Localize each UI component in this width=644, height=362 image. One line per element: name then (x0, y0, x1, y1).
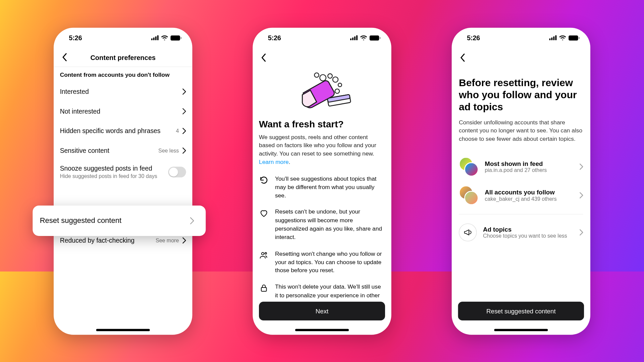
wifi-icon (559, 35, 566, 40)
svg-rect-3 (157, 35, 159, 40)
row-most-shown[interactable]: Most shown in feed pia.in.a.pod and 27 o… (459, 153, 583, 181)
content-area: Want a fresh start? We suggest posts, re… (253, 67, 391, 335)
learn-more-link[interactable]: Learn more (259, 159, 289, 165)
onboarding-intro: We suggest posts, reels and other conten… (259, 133, 385, 167)
row-subtitle: cake_baker_cj and 439 others (485, 196, 573, 202)
svg-rect-13 (380, 37, 381, 39)
svg-point-21 (335, 89, 339, 93)
info-text: Resets can't be undone, but your suggest… (275, 208, 385, 242)
content-area: Content from accounts you don't follow I… (54, 67, 192, 335)
svg-rect-8 (352, 38, 354, 40)
intro-text: We suggest posts, reels and other conten… (259, 133, 376, 157)
svg-rect-24 (261, 288, 267, 291)
svg-rect-7 (350, 39, 352, 40)
status-icons (350, 35, 381, 41)
status-bar: 5:26 (452, 27, 590, 48)
svg-rect-27 (553, 37, 554, 40)
value-label: See more (156, 237, 179, 244)
svg-point-16 (314, 73, 319, 77)
page-title: Content preferences (54, 53, 192, 61)
chevron-right-icon (580, 192, 583, 198)
info-item-refresh: You'll see suggestions about topics that… (259, 175, 385, 200)
chevron-right-icon (580, 229, 583, 236)
phone-fresh-start: 5:26 Want a fresh start? (253, 27, 391, 335)
value-label: See less (158, 147, 179, 154)
chevron-left-icon (62, 53, 67, 61)
page-title: Before resetting, review who you follow … (459, 77, 583, 113)
nav-header (452, 48, 590, 67)
back-button[interactable] (59, 52, 70, 63)
chevron-right-icon (190, 217, 194, 224)
row-title: All accounts you follow (485, 189, 573, 196)
svg-rect-5 (171, 36, 179, 40)
svg-rect-1 (153, 38, 155, 40)
row-label: Reset suggested content (40, 216, 121, 225)
svg-rect-0 (151, 39, 153, 40)
nav-header (253, 48, 391, 67)
status-time: 5:26 (69, 34, 82, 42)
row-snooze-suggested[interactable]: Snooze suggested posts in feed Hide sugg… (54, 160, 192, 184)
status-icons (549, 35, 580, 41)
svg-rect-30 (569, 36, 577, 40)
status-time: 5:26 (268, 34, 281, 42)
status-bar: 5:26 (253, 27, 391, 48)
next-button[interactable]: Next (259, 301, 385, 320)
avatar (464, 162, 479, 177)
svg-point-20 (338, 83, 341, 86)
eraser-illustration (253, 67, 391, 119)
onboarding-title: Want a fresh start? (259, 119, 385, 129)
row-sublabel: Hide suggested posts in feed for 30 days (60, 173, 157, 179)
megaphone-icon (459, 224, 477, 241)
home-indicator (494, 329, 548, 331)
row-label: Hidden specific words and phrases (60, 127, 161, 134)
row-title: Most shown in feed (485, 160, 573, 167)
svg-point-23 (265, 252, 267, 254)
svg-rect-9 (354, 37, 356, 40)
chevron-right-icon (182, 147, 186, 154)
row-label: Not interested (60, 108, 100, 115)
home-indicator (96, 329, 150, 331)
phone-content-preferences: 5:26 Content preferences Content from ac… (54, 27, 192, 335)
heart-icon (259, 208, 269, 242)
back-button[interactable] (258, 52, 269, 63)
row-interested[interactable]: Interested (54, 81, 192, 101)
svg-rect-26 (551, 38, 552, 40)
row-all-accounts[interactable]: All accounts you follow cake_baker_cj an… (459, 181, 583, 209)
row-subtitle: pia.in.a.pod and 27 others (485, 167, 573, 174)
chevron-left-icon (261, 53, 266, 61)
wifi-icon (161, 35, 168, 40)
avatar-stack (459, 185, 479, 205)
battery-icon (569, 35, 580, 41)
svg-rect-6 (181, 37, 182, 39)
back-button[interactable] (457, 52, 468, 63)
row-not-interested[interactable]: Not interested (54, 101, 192, 121)
battery-icon (369, 35, 380, 41)
row-label: Sensitive content (60, 147, 109, 154)
row-sensitive-content[interactable]: Sensitive content See less (54, 140, 192, 160)
info-text: Resetting won't change who you follow or… (275, 250, 385, 275)
people-icon (259, 250, 269, 275)
section-header-unfollowed: Content from accounts you don't follow (54, 67, 192, 81)
chevron-right-icon (580, 164, 583, 170)
row-subtitle: Choose topics you want to see less (483, 233, 573, 239)
row-label: Interested (60, 88, 89, 95)
svg-rect-28 (555, 35, 556, 40)
svg-point-19 (332, 77, 338, 82)
row-ad-topics[interactable]: Ad topics Choose topics you want to see … (459, 219, 583, 246)
status-bar: 5:26 (54, 27, 192, 48)
row-label: Snooze suggested posts in feed (60, 165, 157, 172)
row-right: 4 (176, 128, 186, 134)
svg-point-18 (328, 73, 332, 78)
svg-rect-10 (356, 35, 358, 40)
snooze-toggle[interactable] (168, 167, 186, 177)
wifi-icon (360, 35, 367, 40)
row-reset-suggested-content[interactable]: Reset suggested content (33, 205, 206, 236)
reset-button[interactable]: Reset suggested content (458, 301, 584, 320)
row-hidden-words[interactable]: Hidden specific words and phrases 4 (54, 121, 192, 141)
chevron-right-icon (182, 88, 186, 95)
avatar-stack (459, 157, 479, 177)
chevron-left-icon (460, 53, 465, 61)
chevron-right-icon (182, 128, 186, 134)
row-title: Ad topics (483, 226, 573, 233)
cellular-icon (549, 35, 557, 40)
